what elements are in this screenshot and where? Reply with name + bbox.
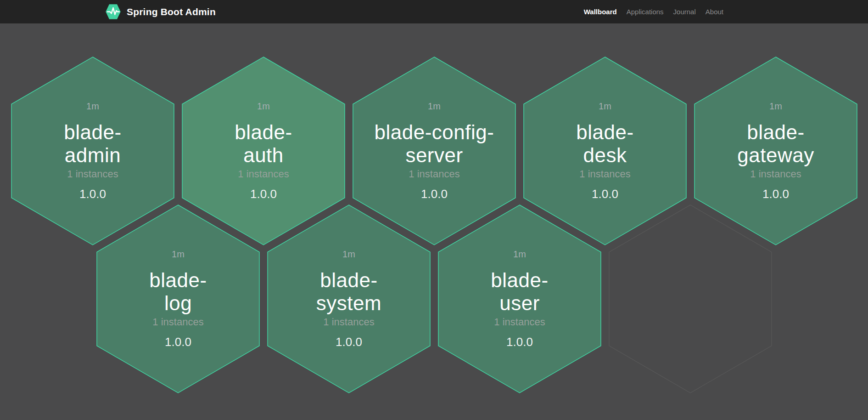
app-hexagon-blade-user[interactable]: 1m blade-user 1 instances 1.0.0 [438, 204, 601, 393]
app-name: blade-user [438, 269, 601, 315]
app-version: 1.0.0 [267, 335, 431, 349]
hexagon-outline [609, 204, 772, 393]
app-version: 1.0.0 [11, 187, 174, 201]
app-uptime: 1m [96, 249, 260, 260]
nav-item-applications[interactable]: Applications [627, 8, 664, 16]
header-container: Spring Boot Admin Wallboard Applications… [0, 0, 868, 23]
app-version: 1.0.0 [353, 187, 516, 201]
app-uptime: 1m [523, 101, 687, 112]
app-name: blade-system [267, 269, 431, 315]
empty-hexagon-slot [609, 204, 772, 393]
app-instances: 1 instances [267, 316, 431, 328]
app-header: Spring Boot Admin Wallboard Applications… [0, 0, 868, 23]
app-instances: 1 instances [96, 316, 260, 328]
app-instances: 1 instances [523, 168, 687, 180]
app-instances: 1 instances [182, 168, 345, 180]
nav-item-wallboard[interactable]: Wallboard [584, 8, 617, 16]
brand-title: Spring Boot Admin [127, 6, 216, 17]
app-instances: 1 instances [353, 168, 516, 180]
app-uptime: 1m [694, 101, 857, 112]
app-uptime: 1m [182, 101, 345, 112]
app-version: 1.0.0 [438, 335, 601, 349]
wallboard: 1m blade-admin 1 instances 1.0.0 1m blad… [0, 0, 868, 420]
app-version: 1.0.0 [182, 187, 345, 201]
app-uptime: 1m [438, 249, 601, 260]
app-version: 1.0.0 [96, 335, 260, 349]
brand-link[interactable]: Spring Boot Admin [105, 3, 216, 21]
main-nav: Wallboard Applications Journal About [584, 8, 723, 16]
app-uptime: 1m [11, 101, 174, 112]
app-hexagon-blade-log[interactable]: 1m blade-log 1 instances 1.0.0 [96, 204, 260, 393]
app-name: blade-desk [523, 121, 687, 167]
app-name: blade-gateway [694, 121, 857, 167]
app-instances: 1 instances [694, 168, 857, 180]
app-name: blade-config-server [353, 121, 516, 167]
app-name: blade-auth [182, 121, 345, 167]
app-instances: 1 instances [11, 168, 174, 180]
spring-boot-admin-logo-icon [105, 3, 122, 21]
app-version: 1.0.0 [523, 187, 687, 201]
app-hexagon-blade-system[interactable]: 1m blade-system 1 instances 1.0.0 [267, 204, 431, 393]
app-instances: 1 instances [438, 316, 601, 328]
app-name: blade-log [96, 269, 260, 315]
app-uptime: 1m [353, 101, 516, 112]
app-name: blade-admin [11, 121, 174, 167]
app-version: 1.0.0 [694, 187, 857, 201]
app-uptime: 1m [267, 249, 431, 260]
nav-item-about[interactable]: About [706, 8, 723, 16]
nav-item-journal[interactable]: Journal [673, 8, 696, 16]
